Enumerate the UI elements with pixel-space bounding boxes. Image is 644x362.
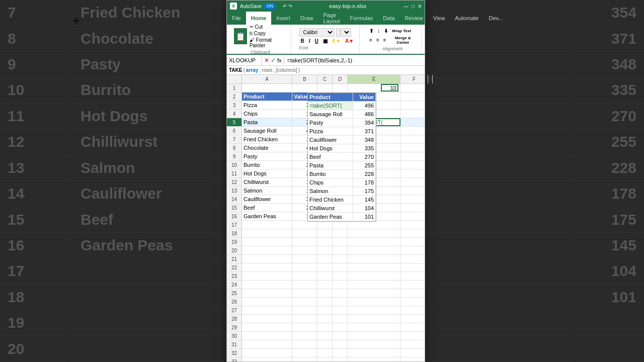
right-cell-beef[interactable]: Beef <box>308 153 353 161</box>
align-left-btn[interactable]: ≡ <box>368 35 374 45</box>
align-middle-btn[interactable]: ↕ <box>376 28 381 34</box>
tab-view[interactable]: View <box>428 12 450 25</box>
right-cell-salmon[interactable]: Salmon <box>308 187 353 195</box>
cell-d1[interactable] <box>333 84 348 92</box>
underline-btn[interactable]: U <box>313 38 320 44</box>
formula-confirm-btn[interactable]: ✓ <box>271 57 276 64</box>
cell-a1[interactable] <box>242 84 292 92</box>
right-cell-chilliwurst[interactable]: Chilliwurst <box>308 204 353 212</box>
right-cell-335[interactable]: 335 <box>353 144 376 152</box>
cell-a13[interactable]: Salmon <box>242 187 292 195</box>
font-size-select[interactable]: 11 <box>336 28 351 37</box>
maximize-btn[interactable]: □ <box>412 4 415 9</box>
tab-formulas[interactable]: Formulas <box>345 12 378 25</box>
col-header-b[interactable]: B <box>292 75 317 83</box>
cell-a15[interactable]: Beef <box>242 204 292 212</box>
right-cell-pasta[interactable]: Pasta <box>308 161 353 169</box>
merge-center-btn[interactable]: Merge & Center <box>389 35 417 45</box>
right-cell-486[interactable]: 486 <box>353 110 376 118</box>
format-painter-btn[interactable]: 🖌 Format Painter <box>249 37 287 49</box>
cell-f2[interactable] <box>400 93 425 101</box>
cell-a7[interactable]: Fried Chicken <box>242 135 292 143</box>
cell-a4[interactable]: Chips <box>242 110 292 118</box>
cell-f16[interactable] <box>400 212 425 220</box>
align-top-btn[interactable]: ⬆ <box>368 28 375 34</box>
right-cell-371[interactable]: 371 <box>353 127 376 135</box>
tab-automate[interactable]: Automate <box>450 12 484 25</box>
minimize-btn[interactable]: — <box>404 4 409 9</box>
tab-home[interactable]: Home <box>246 12 272 25</box>
cell-f3[interactable] <box>400 101 425 109</box>
right-cell-255[interactable]: 255 <box>353 161 376 169</box>
cell-f12[interactable] <box>400 178 425 186</box>
right-cell-175[interactable]: 175 <box>353 187 376 195</box>
paste-icon[interactable]: 📋 <box>234 28 247 44</box>
align-bottom-btn[interactable]: ⬇ <box>382 28 389 34</box>
right-cell-348[interactable]: 348 <box>353 136 376 144</box>
cell-a8[interactable]: Chocolate <box>242 144 292 152</box>
border-btn[interactable]: ▦ <box>321 38 329 44</box>
wrap-text-btn[interactable]: Wrap Text <box>390 28 413 34</box>
align-right-btn[interactable]: ≡ <box>382 35 388 45</box>
cell-a3[interactable]: Pizza <box>242 101 292 109</box>
cell-e1[interactable]: 10 <box>348 84 400 92</box>
col-header-g[interactable]: G <box>428 75 433 83</box>
right-cell-pasty[interactable]: Pasty <box>308 119 353 127</box>
copy-btn[interactable]: ⎘ Copy <box>249 30 287 37</box>
cell-f14[interactable] <box>400 195 425 203</box>
bold-btn[interactable]: B <box>299 38 306 44</box>
cell-f15[interactable] <box>400 204 425 212</box>
tab-page-layout[interactable]: Page Layout <box>318 12 345 25</box>
right-cell-178[interactable]: 178 <box>353 178 376 187</box>
cell-c1[interactable] <box>317 84 333 92</box>
col-header-d[interactable]: D <box>333 75 348 83</box>
right-cell-104[interactable]: 104 <box>353 204 376 212</box>
right-cell-garden-peas[interactable]: Garden Peas <box>308 213 353 221</box>
cell-a6[interactable]: Sausage Roll <box>242 127 292 135</box>
font-color-btn[interactable]: A▼ <box>344 38 355 44</box>
cell-f4[interactable] <box>400 110 425 118</box>
close-btn[interactable]: ✕ <box>418 4 422 9</box>
italic-btn[interactable]: I <box>307 38 312 44</box>
tab-review[interactable]: Review <box>400 12 428 25</box>
cell-f6[interactable] <box>400 127 425 135</box>
cell-a16[interactable]: Garden Peas <box>242 212 292 220</box>
name-box[interactable]: XLOOKUP <box>227 55 262 65</box>
right-cell-formula[interactable]: =take(SORT( <box>308 102 353 110</box>
col-header-e[interactable]: E <box>348 75 400 83</box>
cell-a12[interactable]: Chilliwurst <box>242 178 292 186</box>
align-center-btn[interactable]: ≡ <box>375 35 381 45</box>
tab-file[interactable]: File <box>227 12 246 25</box>
right-cell-228[interactable]: 228 <box>353 170 376 178</box>
cell-f5[interactable] <box>400 118 425 126</box>
tab-develop[interactable]: Dev... <box>484 12 508 25</box>
cell-a11[interactable]: Hot Dogs <box>242 169 292 177</box>
col-header-a[interactable]: A <box>242 75 292 83</box>
right-cell-hot-dogs[interactable]: Hot Dogs <box>308 144 353 152</box>
formula-cancel-btn[interactable]: ✕ <box>264 57 269 64</box>
cell-f9[interactable] <box>400 152 425 160</box>
right-cell-burrito[interactable]: Burrito <box>308 170 353 178</box>
right-cell-chips[interactable]: Chips <box>308 178 353 187</box>
cut-btn[interactable]: ✂ Cut <box>249 24 287 30</box>
right-cell-fried-chicken[interactable]: Fried Chicken <box>308 196 353 204</box>
right-cell-394[interactable]: 394 <box>353 119 376 127</box>
right-cell-pizza[interactable]: Pizza <box>308 127 353 135</box>
cell-f10[interactable] <box>400 161 425 169</box>
cell-f8[interactable] <box>400 144 425 152</box>
tab-insert[interactable]: Insert <box>271 12 295 25</box>
right-cell-145[interactable]: 145 <box>353 196 376 204</box>
tab-draw[interactable]: Draw <box>295 12 318 25</box>
cell-a2-header[interactable]: Product <box>242 93 292 101</box>
cell-f13[interactable] <box>400 187 425 195</box>
font-family-select[interactable]: Calibri <box>299 28 335 37</box>
cell-f7[interactable] <box>400 135 425 143</box>
tab-data[interactable]: Data <box>378 12 399 25</box>
cell-f11[interactable] <box>400 169 425 177</box>
right-cell-sausage-roll[interactable]: Sausage Roll <box>308 110 353 118</box>
col-header-c[interactable]: C <box>317 75 333 83</box>
right-cell-496[interactable]: 496 <box>353 102 376 110</box>
cell-a9[interactable]: Pasty <box>242 152 292 160</box>
cell-b1[interactable] <box>292 84 317 92</box>
fill-color-btn[interactable]: A▼ <box>331 38 342 44</box>
